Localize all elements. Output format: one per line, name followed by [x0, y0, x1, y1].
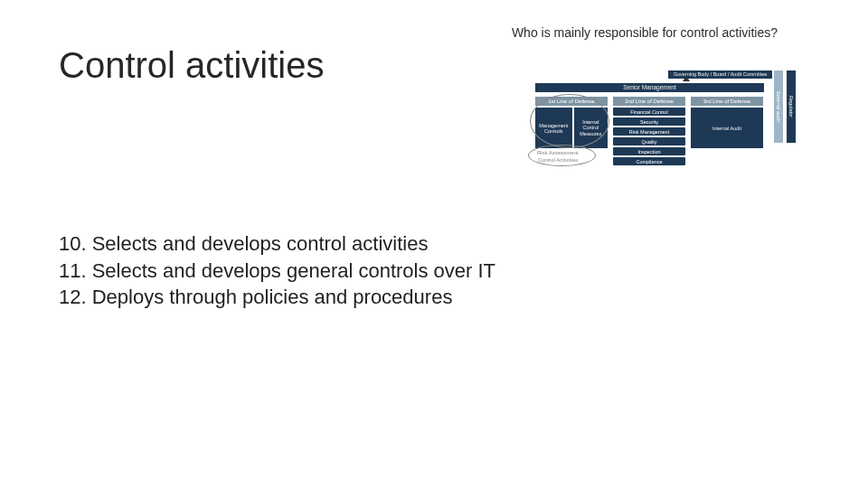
arrow-up-icon [683, 76, 690, 81]
bullet-10: 10. Selects and develops control activit… [59, 230, 495, 258]
slide-question: Who is mainly responsible for control ac… [512, 25, 778, 40]
pill-financial-control: Financial Control [613, 108, 685, 116]
second-line-column: 2nd Line of Defense Financial Control Se… [613, 97, 685, 167]
three-lines-diagram: Governing Body / Board / Audit Committee… [533, 56, 796, 183]
regulator-bar: Regulator [787, 70, 796, 143]
pill-security: Security [613, 117, 685, 126]
pill-risk-management: Risk Management [613, 127, 685, 136]
pill-compliance: Compliance [613, 157, 685, 165]
senior-management-bar: Senior Management [535, 83, 764, 92]
external-audit-bar: External audit [774, 70, 783, 143]
internal-audit-box: Internal Audit [691, 108, 763, 148]
bullet-list: 10. Selects and develops control activit… [59, 230, 495, 311]
highlight-circle-icon [530, 94, 609, 148]
slide-title: Control activities [59, 45, 324, 86]
diagram-caption: Risk Assessment Control Activities [537, 150, 579, 164]
bullet-11: 11. Selects and develops general control… [59, 258, 495, 285]
pill-inspection: Inspection [613, 147, 685, 155]
third-line-header: 3rd Line of Defense [691, 97, 763, 106]
pill-quality: Quality [613, 137, 685, 145]
second-line-header: 2nd Line of Defense [613, 97, 685, 106]
bullet-12: 12. Deploys through policies and procedu… [59, 284, 495, 311]
third-line-column: 3rd Line of Defense Internal Audit [691, 97, 763, 148]
